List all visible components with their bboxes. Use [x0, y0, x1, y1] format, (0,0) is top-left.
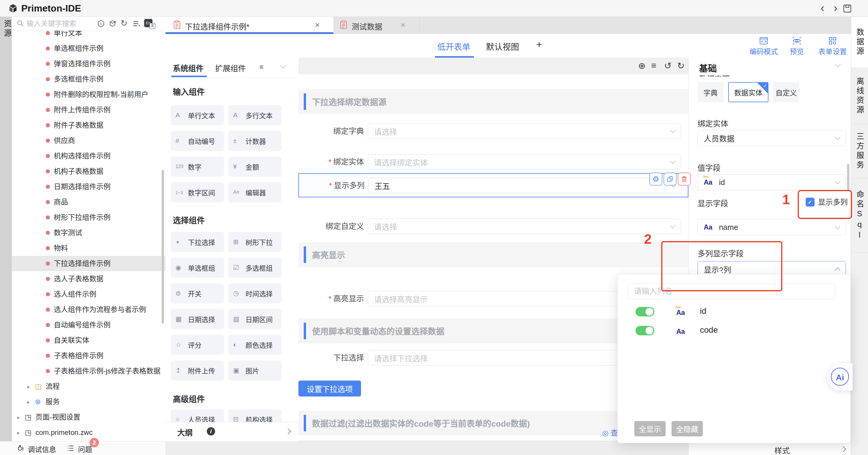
list-filter-icon[interactable] [132, 20, 141, 28]
tree-item[interactable]: 商品 [12, 194, 165, 210]
palette-item[interactable]: ☆评分 [171, 335, 224, 355]
tree-item[interactable]: 子表格组件示例 [12, 348, 165, 363]
tree-item[interactable]: 子表格组件示例-js修改子表格数据 [12, 363, 165, 379]
refresh-icon[interactable]: ↻ [121, 18, 127, 28]
globe-icon[interactable]: ⊕ [638, 61, 646, 71]
palette-item[interactable]: ⊞树形下拉 [228, 232, 282, 252]
tree-item[interactable]: 机构选择组件示例 [12, 148, 165, 164]
editor-tab-active[interactable]: 下拉选择组件示例* × [165, 17, 333, 34]
hide-all-button[interactable]: 全隐藏 [672, 421, 703, 436]
segment-custom[interactable]: 自定义 [773, 82, 799, 102]
tree-item[interactable]: 选人组件作为流程参与者示例 [12, 302, 165, 317]
nav-back-button[interactable]: ‹ [817, 2, 828, 14]
redo-icon[interactable]: ↺ [677, 61, 685, 71]
form-settings-button[interactable]: 表单设置 [812, 36, 853, 56]
palette-menu-icon[interactable]: ≡ [259, 63, 264, 71]
sidebar-scrollbar[interactable] [162, 170, 164, 324]
palette-item[interactable]: ◐颜色选择 [228, 335, 282, 355]
chevron-down-icon[interactable] [835, 61, 841, 67]
rail-tab-offline[interactable]: 离线资源 [851, 68, 868, 124]
palette-item[interactable]: ◷时间选择 [228, 283, 282, 303]
collapse-palette-icon[interactable] [280, 63, 286, 68]
tree-item[interactable]: 单选框组件示例 [12, 41, 165, 56]
value-field-select[interactable]: Aa id [698, 174, 846, 190]
search-input[interactable] [26, 18, 92, 29]
palette-item[interactable]: ▦日期选择 [171, 309, 224, 329]
debug-info-button[interactable]: 调试信息 [28, 444, 56, 454]
tree-item[interactable]: 自动编号组件示例 [12, 317, 165, 333]
tree-item[interactable]: 附件删除的权限控制-当前用户 [12, 87, 165, 102]
new-module-icon[interactable] [109, 20, 117, 28]
segment-data-entity[interactable]: 数据实体 ✓ [728, 82, 769, 102]
nav-forward-button[interactable]: › [830, 2, 841, 14]
tree-item[interactable]: 附件上传组件示例 [12, 102, 165, 118]
ai-assistant-icon[interactable]: AI [97, 20, 105, 28]
tree-package-zwc[interactable]: ▸ ◳ com.primeton.zwc [12, 425, 165, 440]
palette-item[interactable]: ⊜开关 [171, 283, 224, 303]
dict-select[interactable]: 请选择 [368, 123, 681, 139]
palette-item[interactable]: ±计数器 [228, 131, 282, 151]
rail-tab-resources[interactable]: 资源 [2, 20, 13, 38]
tree-item[interactable]: 多选框组件示例 [12, 71, 165, 87]
tree-item[interactable]: 数字测试 [12, 225, 165, 241]
palette-item[interactable]: ☑多选框组 [228, 257, 282, 278]
add-view-button[interactable]: + [536, 39, 542, 50]
tree-group-flow[interactable]: ▸ ◫ 流程 [12, 379, 165, 394]
palette-item[interactable]: ◉单选框组 [171, 257, 224, 278]
selected-component-row[interactable]: *显示多列 王五 [299, 173, 688, 198]
palette-item[interactable]: A≡编辑器 [228, 182, 282, 202]
tree-item[interactable]: 自关联实体 [12, 333, 165, 348]
outline-tree-icon[interactable]: ≡ [651, 61, 656, 71]
tree-item[interactable]: 树形下拉组件示例 [12, 210, 165, 225]
palette-item[interactable]: A单行文本 [171, 105, 224, 125]
tree-package-pages[interactable]: ▸ ◳ 页面-视图设置 [12, 410, 165, 425]
tree-item[interactable]: 机构子表格数据 [12, 164, 165, 179]
entity-select[interactable]: 请选择绑定实体 [368, 154, 681, 170]
palette-tab-system[interactable]: 系统组件 [173, 62, 204, 73]
tree-item[interactable]: 弹窗选择组件示例 [12, 56, 165, 71]
tree-item[interactable]: 附件子表格数据 [12, 118, 165, 133]
palette-item[interactable]: ↥附件上传 [171, 360, 224, 381]
tree-item[interactable]: 供应商 [12, 133, 165, 148]
expand-caret-icon[interactable]: ▸ [27, 379, 30, 394]
multi-column-checkbox-label[interactable]: 显示多列 [818, 198, 848, 207]
custom-select[interactable]: 请选择 [368, 219, 681, 234]
rail-tab-named-sql[interactable]: 命名Sql [851, 179, 868, 253]
expand-caret-icon[interactable]: ▸ [17, 425, 20, 441]
tree-item[interactable]: 日期选择组件示例 [12, 179, 165, 194]
tree-item-selected[interactable]: 下拉选择组件示例 [12, 256, 165, 271]
component-delete-button[interactable] [678, 173, 691, 186]
multi-column-select[interactable]: 王五 [368, 178, 682, 193]
expand-caret-icon[interactable]: ▸ [27, 394, 30, 410]
palette-item[interactable]: 123数字 [171, 157, 224, 177]
component-settings-button[interactable]: ⚙ [649, 173, 662, 186]
palette-tab-extension[interactable]: 扩展组件 [215, 62, 246, 73]
column-toggle-id[interactable] [636, 307, 654, 316]
palette-item[interactable]: ¥金额 [228, 157, 282, 177]
segment-dictionary[interactable]: 字典 [698, 82, 723, 102]
tree-item[interactable]: 选人子表格数据 [12, 271, 165, 286]
view-tab-lowcode-form[interactable]: 低开表单 [437, 40, 470, 52]
close-icon[interactable]: × [401, 20, 405, 30]
tree-item[interactable]: 单行文本 [12, 31, 165, 41]
editor-tab[interactable]: 测试数据 × [333, 17, 420, 34]
set-options-button[interactable]: 设置下拉选项 [299, 381, 361, 396]
preview-button[interactable]: 预览 [776, 36, 817, 56]
tree-group-service[interactable]: ▸ ⊛ 服务 [12, 394, 165, 410]
tree-item[interactable]: 选人组件示例 [12, 286, 165, 302]
palette-item[interactable]: 1~3数字区间 [171, 182, 224, 202]
problems-button[interactable]: 问题 [78, 444, 92, 454]
column-name-input[interactable] [628, 283, 835, 299]
inspector-scrollbar[interactable] [847, 164, 849, 190]
palette-item[interactable]: #自动编号 [171, 131, 224, 151]
inspector-section-style[interactable]: 样式 [689, 443, 851, 455]
rail-tab-datasource[interactable]: 数据源 [851, 17, 868, 68]
expand-caret-icon[interactable]: ▸ [17, 410, 20, 425]
rail-tab-thirdparty[interactable]: 三方服务 [851, 124, 868, 179]
undo-icon[interactable]: ↺ [664, 61, 672, 71]
bind-entity-select[interactable]: 人员数据 [698, 130, 846, 146]
inspector-section-basic[interactable]: 基础 [699, 61, 717, 74]
component-copy-button[interactable] [663, 173, 677, 186]
palette-item[interactable]: ▣图片 [228, 360, 282, 381]
view-tab-default-view[interactable]: 默认视图 [486, 40, 519, 52]
